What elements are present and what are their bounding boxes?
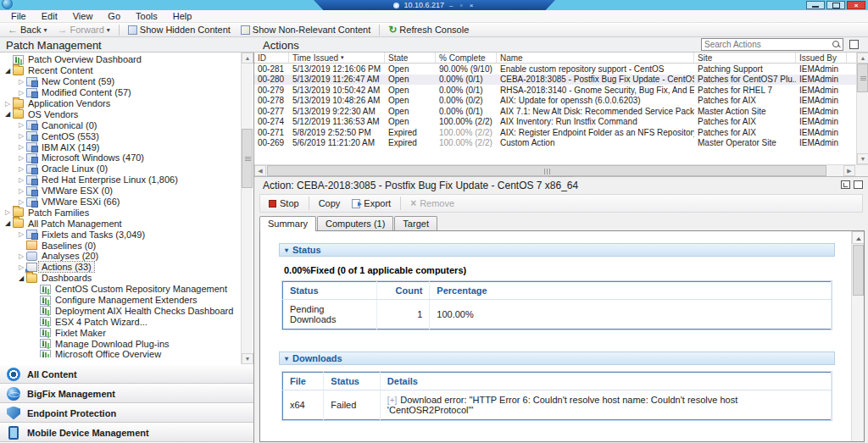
nav-all-content[interactable]: All Content bbox=[0, 364, 253, 384]
tree-item-microsoft-office-overview[interactable]: Microsoft Office Overview bbox=[0, 349, 241, 357]
collapsed-arrow-icon[interactable]: ▷ bbox=[3, 100, 13, 108]
collapse-icon[interactable]: ▾ bbox=[285, 246, 288, 254]
menu-go[interactable]: Go bbox=[100, 10, 128, 23]
export-button[interactable]: Export bbox=[347, 198, 396, 208]
actions-vscrollbar[interactable]: ▲ ▼ bbox=[856, 53, 868, 164]
menu-file[interactable]: File bbox=[3, 10, 34, 23]
column-header-issued-by[interactable]: Issued By bbox=[796, 53, 847, 63]
tab-summary[interactable]: Summary bbox=[259, 216, 316, 231]
expanded-arrow-icon[interactable]: ◢ bbox=[3, 110, 13, 118]
pin-icon[interactable] bbox=[393, 3, 399, 8]
tree-item-all-patch-management[interactable]: ◢All Patch Management bbox=[0, 218, 241, 229]
downloads-section-header[interactable]: ▾ Downloads bbox=[279, 352, 835, 365]
menu-view[interactable]: View bbox=[65, 10, 101, 23]
tree-item-modified-content-57[interactable]: ▷Modified Content (57) bbox=[0, 87, 241, 98]
tree-item-dashboards[interactable]: ◢Dashboards bbox=[0, 273, 241, 284]
tree-item-application-vendors[interactable]: ▷Application Vendors bbox=[0, 98, 241, 109]
column-header-site[interactable]: Site bbox=[694, 53, 796, 63]
tree-item-deployment-aix-health-checks-dashboard[interactable]: Deployment AIX Health Checks Dashboard bbox=[0, 305, 241, 316]
search-actions-box[interactable] bbox=[701, 38, 843, 51]
forward-button[interactable]: → Forward ▾ bbox=[53, 24, 114, 36]
tree-item-microsoft-windows-470[interactable]: ▷Microsoft Windows (470) bbox=[0, 152, 241, 163]
scroll-up-button[interactable]: ▲ bbox=[857, 53, 868, 64]
expanded-arrow-icon[interactable]: ◢ bbox=[16, 274, 26, 282]
maximize-button[interactable] bbox=[826, 1, 845, 9]
column-header-time-issued[interactable]: Time Issued▾ bbox=[289, 53, 385, 63]
tree-item-vmware-esxi-66[interactable]: ▷VMWare ESXi (66) bbox=[0, 197, 241, 208]
tree-item-analyses-20[interactable]: ▷Analyses (20) bbox=[0, 251, 241, 262]
action-row-00-279[interactable]: 00-2795/13/2019 10:50:42 AMOpen0.00% (0/… bbox=[254, 85, 868, 96]
tree-item-centos-custom-repository-management[interactable]: CentOS Custom Repository Management bbox=[0, 284, 241, 295]
tree-item-esx-4-patch-wizard[interactable]: ESX 4 Patch Wizard... bbox=[0, 316, 241, 327]
tree-item-baselines-0[interactable]: Baselines (0) bbox=[0, 240, 241, 251]
tab-computers-1[interactable]: Computers (1) bbox=[317, 216, 393, 231]
action-row-00-278[interactable]: 00-2785/13/2019 10:48:26 AMOpen0.00% (0/… bbox=[254, 96, 868, 107]
detach-panel-icon[interactable] bbox=[841, 180, 850, 189]
summary-scrollbar[interactable] bbox=[851, 231, 864, 441]
action-row-00-280[interactable]: 00-2805/13/2019 11:26:47 AMOpen0.00% (0/… bbox=[254, 75, 868, 86]
collapse-icon[interactable]: ▾ bbox=[285, 355, 288, 363]
tree-item-configure-management-extenders[interactable]: Configure Management Extenders bbox=[0, 295, 241, 306]
minimize-button[interactable] bbox=[806, 1, 825, 9]
column-header-id[interactable]: ID bbox=[254, 53, 289, 63]
expand-error-icon[interactable]: [+] bbox=[387, 396, 397, 405]
menu-edit[interactable]: Edit bbox=[34, 10, 65, 23]
refresh-console-button[interactable]: ↻ Refresh Console bbox=[384, 24, 473, 36]
collapsed-arrow-icon[interactable]: ▷ bbox=[16, 132, 26, 140]
menu-help[interactable]: Help bbox=[165, 10, 200, 23]
action-row-00-277[interactable]: 00-2775/13/2019 9:22:30 AMOpen0.00% (0/1… bbox=[254, 106, 868, 117]
expanded-arrow-icon[interactable]: ◢ bbox=[3, 219, 13, 227]
tree-item-red-hat-enterprise-linux-1-806[interactable]: ▷Red Hat Enterprise Linux (1,806) bbox=[0, 174, 241, 186]
nav-endpoint-protection[interactable]: Endpoint Protection bbox=[0, 403, 253, 423]
tree-item-fixlet-maker[interactable]: Fixlet Maker bbox=[0, 327, 241, 338]
tree-item-ibm-aix-149[interactable]: ▷IBM AIX (149) bbox=[0, 141, 241, 152]
back-dropdown-icon[interactable]: ▾ bbox=[43, 26, 47, 34]
panel-maximize-icon[interactable] bbox=[849, 40, 859, 49]
column-header-state[interactable]: State bbox=[385, 53, 436, 63]
collapsed-arrow-icon[interactable]: ▷ bbox=[3, 208, 13, 216]
show-hidden-content-button[interactable]: Show Hidden Content bbox=[124, 24, 235, 36]
horizontal-splitter[interactable]: ......... bbox=[254, 174, 868, 177]
collapsed-arrow-icon[interactable]: ▷ bbox=[16, 230, 26, 238]
remove-button[interactable]: ×Remove bbox=[405, 197, 459, 209]
collapsed-arrow-icon[interactable]: ▷ bbox=[16, 187, 26, 195]
tree-item-actions-33[interactable]: ▷Actions (33) bbox=[0, 262, 241, 273]
search-input[interactable] bbox=[702, 40, 832, 49]
tree-item-centos-553[interactable]: ▷CentOS (553) bbox=[0, 130, 241, 141]
collapsed-arrow-icon[interactable]: ▷ bbox=[16, 78, 26, 86]
collapsed-arrow-icon[interactable]: ▷ bbox=[16, 176, 26, 184]
scroll-up-button[interactable] bbox=[852, 231, 865, 244]
tree-item-patch-families[interactable]: ▷Patch Families bbox=[0, 207, 241, 218]
menu-tools[interactable]: Tools bbox=[128, 10, 165, 23]
tree-item-os-vendors[interactable]: ◢OS Vendors bbox=[0, 108, 241, 119]
column-header-complete[interactable]: % Complete bbox=[436, 53, 497, 63]
collapsed-arrow-icon[interactable]: ▷ bbox=[16, 154, 26, 162]
nav-bigfix-management[interactable]: BigFix Management bbox=[0, 384, 253, 403]
action-row-00-274[interactable]: 00-2745/12/2019 11:36:53 AMOpen100.00% (… bbox=[254, 117, 868, 128]
back-button[interactable]: ← Back ▾ bbox=[3, 24, 51, 36]
collapsed-arrow-icon[interactable]: ▷ bbox=[16, 89, 26, 97]
expanded-arrow-icon[interactable]: ◢ bbox=[3, 67, 13, 75]
collapsed-arrow-icon[interactable]: ▷ bbox=[16, 121, 26, 129]
tree-item-new-content-59[interactable]: ▷New Content (59) bbox=[0, 76, 241, 87]
collapsed-arrow-icon[interactable]: ▷ bbox=[16, 198, 26, 206]
column-header-name[interactable]: Name bbox=[497, 53, 694, 63]
tree-scroll-thumb[interactable] bbox=[242, 129, 253, 188]
tree-item-canonical-0[interactable]: ▷Canonical (0) bbox=[0, 119, 241, 130]
stop-button[interactable]: Stop bbox=[264, 198, 304, 208]
tree-item-vmware-esx-0[interactable]: ▷VMWare ESX (0) bbox=[0, 186, 241, 197]
rdp-window-controls[interactable]: – ▫ × bbox=[449, 2, 476, 9]
show-nonrelevant-content-button[interactable]: Show Non-Relevant Content bbox=[236, 24, 375, 36]
nav-mobile-device-management[interactable]: Mobile Device Management bbox=[0, 423, 253, 442]
action-row-00-271[interactable]: 00-2715/8/2019 2:52:50 PMExpired100.00% … bbox=[254, 127, 868, 138]
search-icon[interactable] bbox=[832, 40, 841, 49]
actions-vscroll-thumb[interactable] bbox=[857, 64, 868, 92]
tree-item-patch-overview-dashboard[interactable]: Patch Overview Dashboard bbox=[0, 54, 241, 65]
tree-item-fixlets-and-tasks-3-049[interactable]: ▷Fixlets and Tasks (3,049) bbox=[0, 229, 241, 240]
tree-item-recent-content[interactable]: ◢Recent Content bbox=[0, 65, 241, 76]
status-section-header[interactable]: ▾ Status bbox=[279, 243, 835, 257]
tab-target[interactable]: Target bbox=[394, 216, 437, 231]
close-button[interactable]: × bbox=[847, 1, 865, 9]
collapsed-arrow-icon[interactable]: ▷ bbox=[16, 143, 26, 151]
collapsed-arrow-icon[interactable]: ▷ bbox=[16, 252, 26, 260]
